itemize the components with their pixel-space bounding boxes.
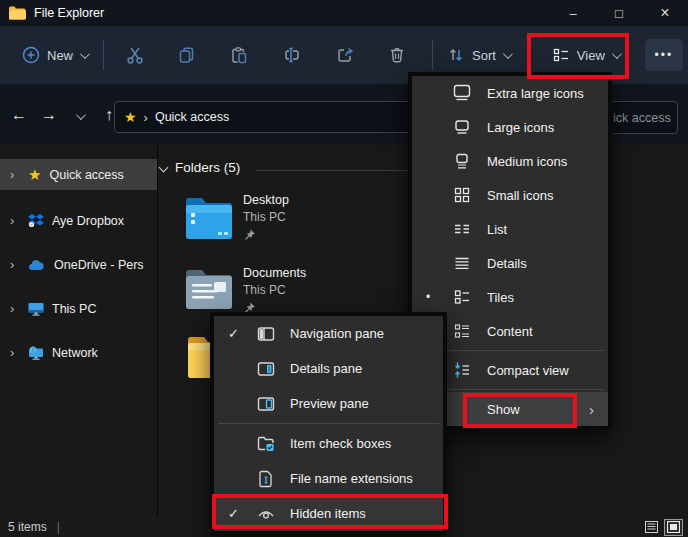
dropbox-icon bbox=[28, 213, 44, 228]
submenu-item-label: Preview pane bbox=[290, 396, 369, 411]
maximize-button[interactable]: □ bbox=[596, 0, 642, 26]
expand-chevron-icon[interactable]: › bbox=[10, 301, 20, 316]
paste-button[interactable] bbox=[216, 36, 262, 74]
hidden-items-eye-icon bbox=[256, 506, 276, 522]
minimize-button[interactable]: – bbox=[550, 0, 596, 26]
breadcrumb[interactable]: Quick access bbox=[155, 110, 229, 124]
submenu-item-label: Item check boxes bbox=[290, 436, 391, 451]
back-icon: ← bbox=[11, 106, 27, 123]
breadcrumb-separator: › bbox=[144, 110, 148, 125]
desktop-folder-icon bbox=[184, 193, 234, 245]
paste-icon bbox=[229, 45, 249, 65]
star-icon: ★ bbox=[28, 166, 41, 184]
copy-icon bbox=[177, 45, 197, 65]
documents-folder-icon bbox=[184, 266, 234, 316]
menu-item-extra-large-icons[interactable]: Extra large icons bbox=[412, 76, 608, 110]
app-folder-icon bbox=[9, 6, 26, 20]
thumbnail-view-toggle[interactable] bbox=[665, 520, 682, 535]
view-label: View bbox=[577, 48, 605, 63]
sidebar-item-dropbox[interactable]: › Aye Dropbox bbox=[0, 205, 157, 236]
large-icons-icon bbox=[452, 117, 472, 137]
details-icon bbox=[452, 253, 472, 273]
menu-item-large-icons[interactable]: Large icons bbox=[412, 110, 608, 144]
trash-icon bbox=[387, 45, 407, 65]
sidebar-item-label: Aye Dropbox bbox=[52, 214, 124, 228]
sidebar-item-network[interactable]: › Network bbox=[0, 337, 157, 368]
navigation-pane: › ★ Quick access › Aye Dropbox › OneDriv… bbox=[0, 145, 157, 517]
folder-tile-documents[interactable]: Documents This PC bbox=[184, 266, 306, 317]
submenu-item-label: Navigation pane bbox=[290, 326, 384, 341]
list-icon bbox=[452, 219, 472, 239]
search-input[interactable]: ick access bbox=[606, 101, 678, 134]
menu-item-label: Content bbox=[487, 324, 533, 339]
rename-icon bbox=[281, 45, 303, 65]
thumbnail-view-icon bbox=[667, 521, 680, 533]
sidebar-item-quick-access[interactable]: › ★ Quick access bbox=[0, 159, 157, 190]
expand-chevron-icon[interactable]: › bbox=[10, 345, 20, 360]
menu-item-list[interactable]: List bbox=[412, 212, 608, 246]
menu-item-small-icons[interactable]: Small icons bbox=[412, 178, 608, 212]
menu-item-label: Show bbox=[487, 402, 520, 417]
menu-item-details[interactable]: Details bbox=[412, 246, 608, 280]
pinned-star-icon: ★ bbox=[124, 109, 137, 125]
submenu-item-hidden-items[interactable]: ✓ Hidden items bbox=[214, 496, 443, 531]
cut-button[interactable] bbox=[112, 36, 158, 74]
sort-button[interactable]: Sort bbox=[437, 38, 520, 72]
folder-location: This PC bbox=[243, 210, 289, 224]
sidebar-item-onedrive[interactable]: › OneDrive - Pers bbox=[0, 249, 157, 280]
submenu-item-label: Details pane bbox=[290, 361, 362, 376]
submenu-item-navigation-pane[interactable]: ✓ Navigation pane bbox=[214, 316, 443, 351]
submenu-item-item-check-boxes[interactable]: Item check boxes bbox=[214, 426, 443, 461]
folders-group-header[interactable]: Folders (5) bbox=[160, 160, 240, 175]
compact-view-icon bbox=[452, 360, 472, 380]
details-view-icon bbox=[645, 521, 658, 533]
share-button[interactable] bbox=[322, 36, 368, 74]
submenu-item-label: Hidden items bbox=[290, 506, 366, 521]
status-divider: | bbox=[57, 520, 60, 534]
expand-chevron-icon[interactable]: › bbox=[10, 257, 20, 272]
submenu-item-label: File name extensions bbox=[290, 471, 413, 486]
menu-item-label: Details bbox=[487, 256, 527, 271]
folder-tile-desktop[interactable]: Desktop This PC bbox=[184, 193, 289, 245]
sidebar-item-this-pc[interactable]: › This PC bbox=[0, 293, 157, 324]
view-icon bbox=[552, 46, 570, 64]
menu-item-label: List bbox=[487, 222, 507, 237]
folder-location: This PC bbox=[243, 283, 306, 297]
expand-chevron-icon[interactable]: › bbox=[10, 167, 20, 182]
menu-item-medium-icons[interactable]: Medium icons bbox=[412, 144, 608, 178]
back-button[interactable]: ← bbox=[4, 106, 34, 124]
copy-button[interactable] bbox=[164, 36, 210, 74]
extra-large-icons-icon bbox=[452, 83, 472, 103]
submenu-item-preview-pane[interactable]: Preview pane bbox=[214, 386, 443, 421]
rename-button[interactable] bbox=[269, 36, 315, 74]
pane-divider bbox=[157, 145, 158, 517]
details-view-toggle[interactable] bbox=[643, 520, 660, 535]
new-button[interactable]: New bbox=[12, 38, 97, 72]
see-more-button[interactable]: ••• bbox=[645, 39, 683, 71]
close-button[interactable]: × bbox=[642, 0, 688, 26]
submenu-item-details-pane[interactable]: Details pane bbox=[214, 351, 443, 386]
details-pane-icon bbox=[256, 360, 276, 378]
window-title: File Explorer bbox=[34, 6, 104, 20]
folder-name: Desktop bbox=[243, 193, 289, 207]
view-button[interactable]: View bbox=[542, 38, 629, 72]
submenu-item-file-name-extensions[interactable]: File name extensions bbox=[214, 461, 443, 496]
sidebar-item-label: Network bbox=[52, 346, 98, 360]
close-icon: × bbox=[660, 4, 669, 22]
maximize-icon: □ bbox=[615, 6, 623, 21]
forward-button[interactable]: → bbox=[34, 106, 64, 124]
toolbar-separator bbox=[432, 40, 433, 70]
recent-locations-button[interactable] bbox=[64, 106, 94, 124]
folders-group-label: Folders (5) bbox=[175, 160, 240, 175]
monitor-icon bbox=[28, 302, 44, 316]
toolbar-separator bbox=[103, 40, 104, 70]
item-count: 5 items bbox=[8, 520, 47, 534]
navigation-pane-icon bbox=[256, 325, 276, 343]
menu-item-label: Medium icons bbox=[487, 154, 567, 169]
menu-item-tiles[interactable]: • Tiles bbox=[412, 280, 608, 314]
share-icon bbox=[335, 45, 355, 65]
preview-pane-icon bbox=[256, 395, 276, 413]
expand-chevron-icon[interactable]: › bbox=[10, 213, 20, 228]
search-placeholder-fragment: ick access bbox=[613, 111, 671, 125]
delete-button[interactable] bbox=[374, 36, 420, 74]
